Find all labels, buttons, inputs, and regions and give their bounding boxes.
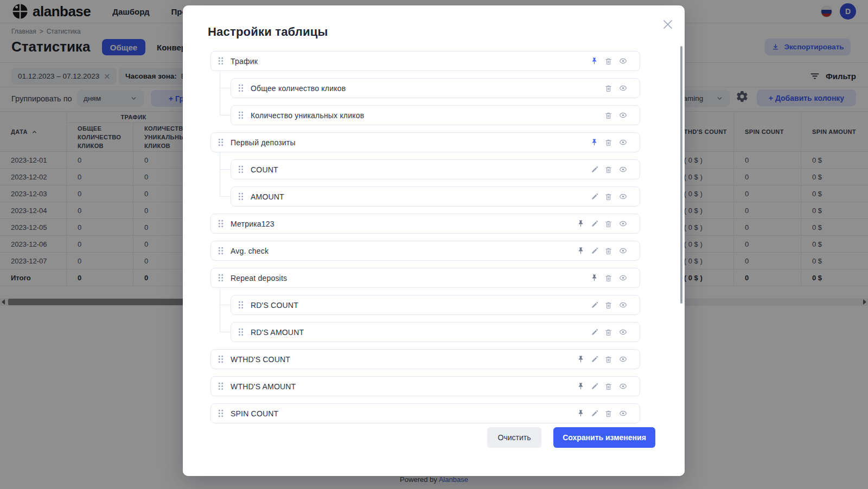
settings-row[interactable]: Общее количество кликов (231, 78, 640, 98)
pin-icon[interactable] (590, 274, 598, 282)
drag-handle-icon[interactable] (238, 301, 244, 309)
tree-connector (220, 152, 220, 197)
settings-row[interactable]: RD'S COUNT (231, 295, 640, 315)
settings-row-label: COUNT (251, 165, 278, 174)
settings-row[interactable]: WTHD'S COUNT (210, 349, 640, 369)
delete-icon[interactable] (604, 84, 612, 93)
delete-icon[interactable] (604, 274, 612, 282)
settings-group: SPIN COUNT (210, 403, 640, 423)
settings-row-label: Repeat deposits (231, 274, 287, 282)
visibility-icon[interactable] (618, 84, 628, 92)
delete-icon[interactable] (604, 355, 612, 364)
edit-icon[interactable] (591, 383, 598, 390)
settings-row-label: Первый депозиты (231, 138, 296, 147)
pin-icon[interactable] (590, 138, 598, 146)
visibility-icon[interactable] (618, 220, 628, 228)
tree-connector (220, 71, 220, 115)
visibility-icon[interactable] (618, 57, 628, 65)
modal-footer: Очистить Сохранить изменения (183, 426, 685, 476)
settings-row[interactable]: Первый депозиты (210, 132, 640, 152)
edit-icon[interactable] (591, 410, 598, 417)
visibility-icon[interactable] (618, 111, 628, 119)
delete-icon[interactable] (604, 220, 612, 228)
delete-icon[interactable] (604, 301, 612, 310)
settings-row[interactable]: COUNT (231, 159, 640, 179)
pin-icon[interactable] (577, 382, 585, 390)
close-icon[interactable] (660, 17, 675, 32)
settings-row-label: RD'S AMOUNT (251, 328, 304, 337)
settings-row[interactable]: RD'S AMOUNT (231, 322, 640, 342)
settings-group: WTHD'S COUNT (210, 349, 640, 369)
settings-row[interactable]: Avg. check (210, 241, 640, 261)
table-settings-modal: Настройки таблицы ТрафикОбщее количество… (183, 5, 685, 476)
drag-handle-icon[interactable] (238, 111, 244, 119)
settings-group: ТрафикОбщее количество кликовКоличество … (210, 51, 640, 125)
clear-button[interactable]: Очистить (487, 427, 541, 448)
drag-handle-icon[interactable] (218, 57, 224, 65)
visibility-icon[interactable] (618, 409, 628, 417)
settings-row[interactable]: Трафик (210, 51, 640, 71)
pin-icon[interactable] (577, 220, 585, 228)
drag-handle-icon[interactable] (238, 165, 244, 173)
edit-icon[interactable] (591, 356, 598, 363)
visibility-icon[interactable] (618, 301, 628, 309)
pin-icon[interactable] (577, 355, 585, 363)
settings-row[interactable]: WTHD'S AMOUNT (210, 376, 640, 396)
modal-settings-list: ТрафикОбщее количество кликовКоличество … (210, 46, 640, 425)
pin-icon[interactable] (577, 247, 585, 255)
drag-handle-icon[interactable] (218, 355, 224, 363)
edit-icon[interactable] (591, 329, 598, 336)
drag-handle-icon[interactable] (238, 328, 244, 336)
edit-icon[interactable] (591, 166, 598, 173)
settings-row-label: WTHD'S AMOUNT (231, 382, 296, 391)
pin-icon[interactable] (577, 409, 585, 417)
visibility-icon[interactable] (618, 355, 628, 363)
drag-handle-icon[interactable] (238, 192, 244, 201)
settings-row[interactable]: SPIN COUNT (210, 403, 640, 423)
visibility-icon[interactable] (618, 247, 628, 255)
drag-handle-icon[interactable] (218, 247, 224, 255)
drag-handle-icon[interactable] (218, 220, 224, 228)
app-screen: alanbase Дашборд Про D Главная > Статист… (0, 0, 868, 489)
tree-connector (220, 305, 231, 305)
visibility-icon[interactable] (618, 382, 628, 390)
delete-icon[interactable] (604, 138, 612, 147)
edit-icon[interactable] (591, 247, 598, 255)
drag-handle-icon[interactable] (238, 84, 244, 92)
edit-icon[interactable] (591, 220, 598, 228)
delete-icon[interactable] (604, 409, 612, 418)
visibility-icon[interactable] (618, 138, 628, 146)
drag-handle-icon[interactable] (218, 138, 224, 146)
settings-row[interactable]: Количество уникальных кликов (231, 105, 640, 125)
settings-row[interactable]: AMOUNT (231, 186, 640, 207)
drag-handle-icon[interactable] (218, 274, 224, 282)
settings-row-label: Avg. check (231, 247, 269, 255)
edit-icon[interactable] (591, 301, 598, 309)
delete-icon[interactable] (604, 165, 612, 174)
tree-connector (220, 88, 231, 88)
settings-row[interactable]: Метрика123 (210, 214, 640, 234)
visibility-icon[interactable] (618, 192, 628, 201)
settings-row-label: RD'S COUNT (251, 301, 298, 310)
tree-connector (220, 332, 231, 332)
delete-icon[interactable] (604, 192, 612, 201)
visibility-icon[interactable] (618, 274, 628, 282)
save-changes-button[interactable]: Сохранить изменения (553, 427, 655, 448)
delete-icon[interactable] (604, 247, 612, 255)
delete-icon[interactable] (604, 57, 612, 66)
settings-group: Repeat depositsRD'S COUNTRD'S AMOUNT (210, 268, 640, 342)
delete-icon[interactable] (604, 328, 612, 337)
delete-icon[interactable] (604, 111, 612, 120)
drag-handle-icon[interactable] (218, 409, 224, 417)
settings-row-label: SPIN COUNT (231, 409, 278, 418)
pin-icon[interactable] (590, 57, 598, 65)
visibility-icon[interactable] (618, 328, 628, 336)
edit-icon[interactable] (591, 193, 598, 201)
settings-row[interactable]: Repeat deposits (210, 268, 640, 288)
delete-icon[interactable] (604, 382, 612, 391)
visibility-icon[interactable] (618, 165, 628, 173)
settings-row-label: AMOUNT (251, 192, 284, 201)
drag-handle-icon[interactable] (218, 382, 224, 390)
settings-group: Метрика123 (210, 214, 640, 234)
modal-scrollbar-thumb[interactable] (680, 46, 682, 304)
